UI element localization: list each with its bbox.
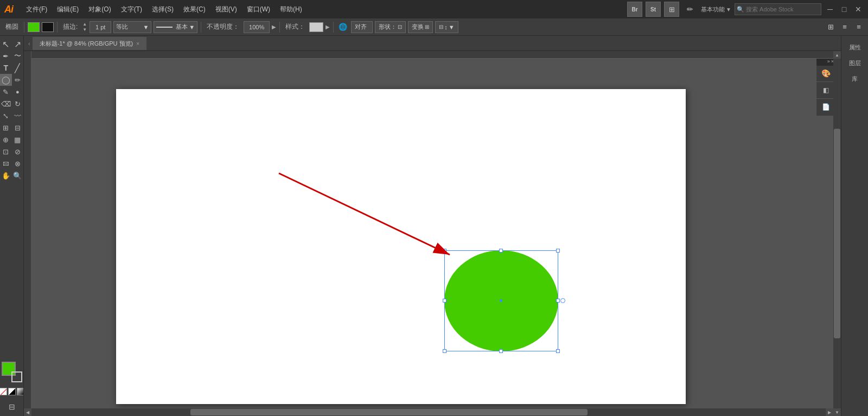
- arrange-button[interactable]: ⊟ ↕ ▼: [435, 21, 458, 33]
- menu-text[interactable]: 文字(T): [117, 3, 146, 16]
- document-tab-close[interactable]: ×: [136, 41, 139, 47]
- handle-top-mid[interactable]: [499, 249, 503, 253]
- screen-mode[interactable]: ⊟: [6, 401, 18, 413]
- menu-file[interactable]: 文件(F): [22, 3, 52, 16]
- library-label[interactable]: 库: [852, 72, 858, 86]
- scale-tool[interactable]: ⤡: [0, 110, 12, 122]
- shape-button[interactable]: 形状： ⊡: [375, 21, 406, 33]
- scroll-left-arrow[interactable]: ◀: [24, 408, 31, 416]
- vscroll-thumb[interactable]: [834, 129, 840, 338]
- document-tab-title: 未标题-1* @ 84% (RGB/GPU 预览): [40, 40, 133, 48]
- artboard-tool[interactable]: ⊡: [0, 146, 12, 157]
- type-tool[interactable]: T: [0, 62, 12, 74]
- free-transform-tool[interactable]: ⊞: [0, 122, 12, 134]
- library-panel-icon[interactable]: 📄: [818, 99, 833, 115]
- maximize-button[interactable]: □: [839, 4, 850, 15]
- handle-mid-left[interactable]: [443, 299, 446, 302]
- stock-icon[interactable]: St: [646, 2, 661, 17]
- handle-mid-right[interactable]: [556, 299, 560, 302]
- menu-help[interactable]: 帮助(H): [276, 3, 307, 16]
- black-white[interactable]: [8, 388, 16, 395]
- handle-top-right[interactable]: [556, 249, 560, 253]
- layer-panel-icon[interactable]: ◧: [818, 83, 833, 98]
- scroll-down-arrow[interactable]: ▼: [833, 408, 841, 416]
- hscroll-thumb[interactable]: [190, 409, 588, 415]
- menu-window[interactable]: 窗口(W): [242, 3, 275, 16]
- stroke-width-input[interactable]: [90, 21, 111, 33]
- attributes-label[interactable]: 属性: [849, 40, 861, 55]
- style-swatch[interactable]: [309, 22, 323, 32]
- eraser-tool[interactable]: ⌫: [0, 98, 12, 110]
- stroke-type-dropdown[interactable]: 等比▼: [113, 21, 151, 33]
- stroke-color-swatch[interactable]: [42, 22, 54, 32]
- gradient-color[interactable]: [17, 388, 24, 395]
- line-tool[interactable]: ╱: [12, 62, 24, 74]
- canvas-container[interactable]: » × 🎨 ◧ 📄 ▲ ▼ ◀: [24, 51, 841, 416]
- zoom-tool[interactable]: 🔍: [12, 169, 24, 181]
- workspace-grid-icon[interactable]: ⊞: [664, 2, 679, 17]
- menu-view[interactable]: 视图(V): [211, 3, 241, 16]
- opacity-input[interactable]: [244, 21, 270, 33]
- menu-object[interactable]: 对象(O): [84, 3, 115, 16]
- tab-scroll-left[interactable]: ‹: [28, 40, 30, 47]
- bridge-icon[interactable]: Br: [627, 2, 642, 17]
- properties-icon[interactable]: ≡: [839, 21, 851, 33]
- brush-icon[interactable]: ✏: [682, 2, 698, 17]
- curvature-tool[interactable]: 〜: [12, 50, 24, 62]
- select-tool[interactable]: ↖: [0, 38, 12, 50]
- scroll-up-arrow[interactable]: ▲: [833, 51, 841, 59]
- layers-label[interactable]: 图层: [849, 56, 861, 71]
- blend-tool[interactable]: ⊗: [12, 157, 24, 169]
- workspace-dropdown-arrow[interactable]: ▼: [726, 7, 731, 12]
- close-button[interactable]: ✕: [853, 4, 864, 15]
- menu-edit[interactable]: 编辑(E): [53, 3, 83, 16]
- title-bar: Ai 文件(F) 编辑(E) 对象(O) 文字(T) 选择(S) 效果(C) 视…: [0, 0, 868, 18]
- eyedropper-tool[interactable]: 🖂: [0, 157, 12, 169]
- hand-tool[interactable]: ✋: [0, 169, 12, 181]
- rotation-handle[interactable]: [560, 298, 565, 303]
- color-panel-icon[interactable]: 🎨: [818, 66, 833, 81]
- options-more-icon[interactable]: ≡: [853, 21, 865, 33]
- float-panel-collapse[interactable]: »: [827, 59, 830, 64]
- handle-top-left[interactable]: [443, 249, 446, 253]
- menu-select[interactable]: 选择(S): [148, 3, 178, 16]
- green-ellipse[interactable]: [444, 250, 558, 351]
- minimize-button[interactable]: ─: [825, 4, 835, 15]
- horizontal-scrollbar[interactable]: ◀ ▶: [24, 408, 833, 416]
- pen-tool[interactable]: ✒: [0, 50, 12, 62]
- canvas-area[interactable]: ‹ 未标题-1* @ 84% (RGB/GPU 预览) ×: [24, 36, 841, 416]
- vertical-scrollbar[interactable]: ▲ ▼: [833, 51, 841, 416]
- warp-tool[interactable]: 〰: [12, 110, 24, 122]
- graph-tool[interactable]: ▦: [12, 134, 24, 146]
- reshape-tool[interactable]: ⊟: [12, 122, 24, 134]
- direct-select-tool[interactable]: ↗: [12, 38, 24, 50]
- handle-bottom-mid[interactable]: [499, 349, 503, 353]
- tool-row-8: ⊞ ⊟: [0, 122, 23, 134]
- scroll-right-arrow[interactable]: ▶: [826, 408, 833, 416]
- globe-icon[interactable]: 🌐: [337, 21, 349, 33]
- slice-tool[interactable]: ⊘: [12, 146, 24, 157]
- fill-color-swatch[interactable]: [28, 22, 40, 32]
- ellipse-tool[interactable]: ◯: [0, 74, 12, 86]
- style-more-arrow[interactable]: ▶: [326, 24, 330, 30]
- stock-search-input[interactable]: [735, 3, 821, 15]
- tool-row-9: ⊕ ▦: [0, 134, 23, 146]
- blob-brush-tool[interactable]: ●: [12, 86, 24, 98]
- opacity-more-arrow[interactable]: ▶: [272, 24, 276, 30]
- paintbrush-tool[interactable]: ✏: [12, 74, 24, 86]
- handle-bottom-right[interactable]: [556, 349, 560, 353]
- menu-effect[interactable]: 效果(C): [179, 3, 210, 16]
- pencil-tool[interactable]: ✎: [0, 86, 12, 98]
- transform-button[interactable]: 变换 ⊞: [408, 21, 433, 33]
- panel-toggle-icon[interactable]: ⊞: [825, 21, 837, 33]
- symbol-tool[interactable]: ⊕: [0, 134, 12, 146]
- stroke-spinner[interactable]: ▲ ▼: [82, 22, 87, 33]
- rotate-tool[interactable]: ↻: [12, 98, 24, 110]
- stroke-color-box[interactable]: [11, 371, 22, 382]
- color-box: [2, 362, 22, 382]
- line-style-dropdown[interactable]: 基本▼: [154, 21, 197, 33]
- document-tab[interactable]: 未标题-1* @ 84% (RGB/GPU 预览) ×: [33, 37, 146, 50]
- none-color[interactable]: [0, 388, 7, 395]
- align-button[interactable]: 对齐: [351, 21, 373, 33]
- handle-bottom-left[interactable]: [443, 349, 446, 353]
